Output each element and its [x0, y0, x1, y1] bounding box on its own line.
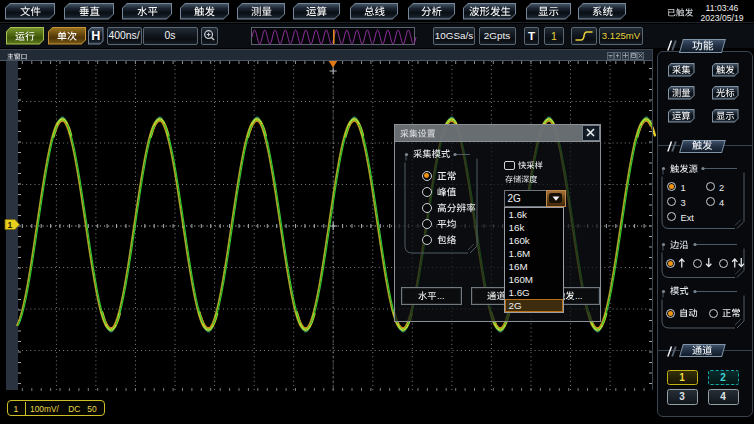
svg-text:1: 1	[8, 220, 13, 230]
